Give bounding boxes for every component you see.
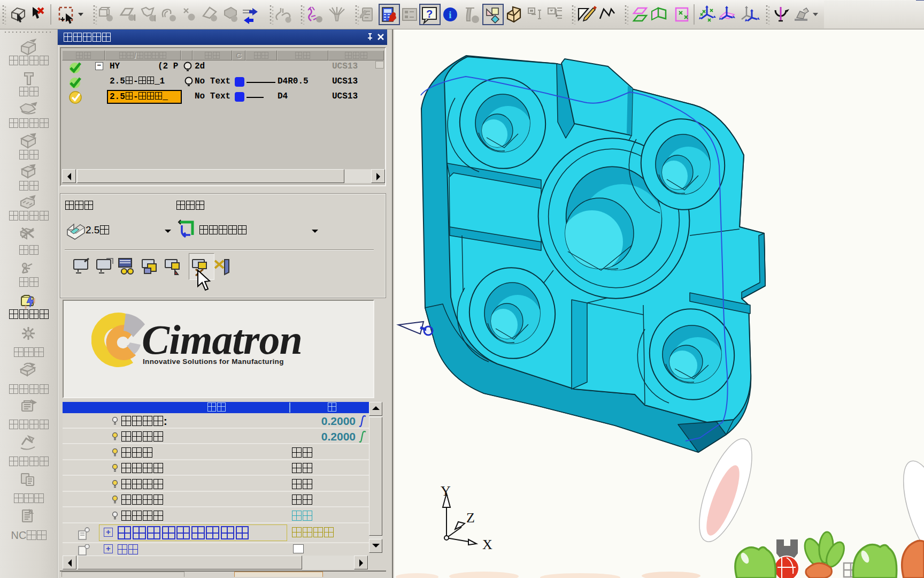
svg-text:Z: Z: [466, 510, 475, 526]
svg-text:X: X: [482, 537, 492, 552]
svg-text:Y: Y: [441, 483, 451, 499]
svg-text:i: i: [449, 9, 451, 20]
svg-text:?: ?: [426, 8, 433, 20]
